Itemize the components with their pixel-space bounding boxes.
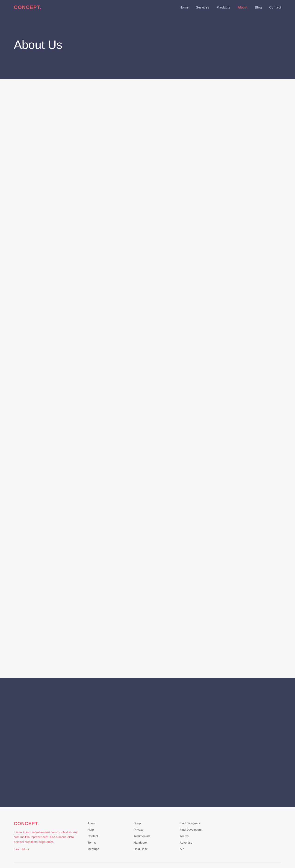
nav-links: Home Services Products About Blog Contac…	[180, 5, 281, 9]
dark-section	[0, 678, 295, 807]
brand-name: CONCEPT	[14, 4, 40, 10]
footer-link-find-developers[interactable]: Find Developers	[180, 828, 226, 832]
footer-brand-col: CONCEPT. Facilis ipsum reprehenderit nem…	[14, 821, 78, 853]
footer-link-shop[interactable]: Shop	[134, 821, 171, 825]
footer-link-handbook[interactable]: Handbook	[134, 840, 171, 844]
footer-col-2-list: Shop Privacy Testimonials Handbook Held …	[134, 821, 171, 851]
footer-col-2: Shop Privacy Testimonials Handbook Held …	[134, 821, 171, 853]
footer-grid: CONCEPT. Facilis ipsum reprehenderit nem…	[14, 821, 281, 853]
nav-link-contact[interactable]: Contact	[269, 5, 281, 9]
brand-logo[interactable]: CONCEPT.	[14, 4, 41, 10]
footer-link-teams[interactable]: Teams	[180, 834, 226, 838]
footer-link-held-desk[interactable]: Held Desk	[134, 847, 171, 851]
footer-link-terms[interactable]: Terms	[88, 840, 124, 844]
hero-title: About Us	[14, 38, 62, 52]
footer-col-3-list: Find Designers Find Developers Teams Adv…	[180, 821, 226, 851]
nav-link-products[interactable]: Products	[217, 5, 230, 9]
nav-link-services[interactable]: Services	[196, 5, 209, 9]
nav-item-contact[interactable]: Contact	[269, 5, 281, 9]
footer-link-contact[interactable]: Contact	[88, 834, 124, 838]
footer-link-testimonials[interactable]: Testimonials	[134, 834, 171, 838]
footer-col-1: About Help Contact Terms Meetups	[88, 821, 124, 853]
nav-item-home[interactable]: Home	[180, 5, 188, 9]
nav-item-about[interactable]: About	[238, 5, 247, 9]
nav-item-services[interactable]: Services	[196, 5, 209, 9]
footer-link-api[interactable]: API	[180, 847, 226, 851]
footer-col-3: Find Designers Find Developers Teams Adv…	[180, 821, 226, 853]
footer: CONCEPT. Facilis ipsum reprehenderit nem…	[0, 807, 295, 868]
footer-link-meetups[interactable]: Meetups	[88, 847, 124, 851]
nav-item-products[interactable]: Products	[217, 5, 230, 9]
nav-link-about[interactable]: About	[238, 5, 247, 9]
footer-brand-dot: .	[37, 821, 39, 826]
main-content	[0, 79, 295, 678]
nav-link-blog[interactable]: Blog	[255, 5, 262, 9]
nav-link-home[interactable]: Home	[180, 5, 188, 9]
footer-bottom: © 2016 Free HTML5. All Rights Reserved. …	[14, 863, 281, 868]
footer-brand-name: CONCEPT	[14, 821, 37, 826]
footer-link-privacy[interactable]: Privacy	[134, 828, 171, 832]
hero-section: About Us	[0, 15, 295, 79]
nav-item-blog[interactable]: Blog	[255, 5, 262, 9]
footer-logo: CONCEPT.	[14, 821, 78, 826]
brand-dot: .	[40, 4, 41, 10]
learn-more-link[interactable]: Learn More	[14, 847, 29, 851]
footer-link-find-designers[interactable]: Find Designers	[180, 821, 226, 825]
navbar: CONCEPT. Home Services Products About Bl…	[0, 0, 295, 15]
footer-link-about[interactable]: About	[88, 821, 124, 825]
footer-col-1-list: About Help Contact Terms Meetups	[88, 821, 124, 851]
footer-link-help[interactable]: Help	[88, 828, 124, 832]
footer-link-advertise[interactable]: Advertise	[180, 840, 226, 844]
footer-tagline: Facilis ipsum reprehenderit nemo molesti…	[14, 830, 78, 844]
